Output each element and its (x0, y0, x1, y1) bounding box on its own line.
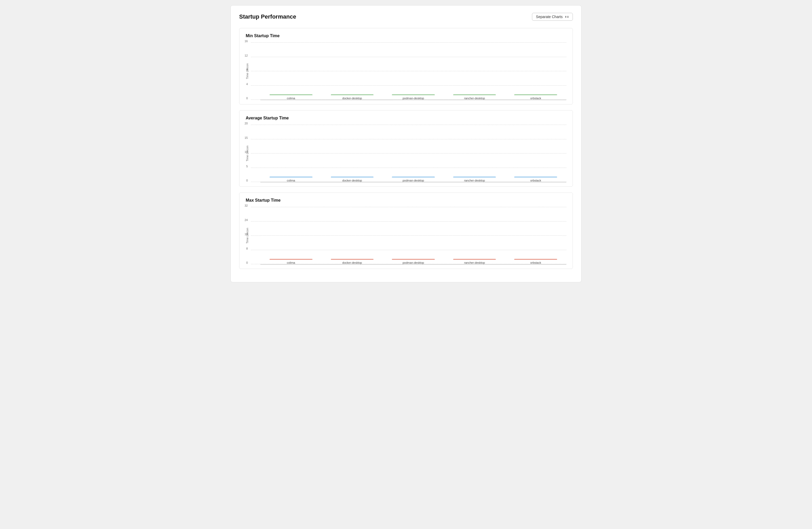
bar-avg-2 (392, 177, 435, 177)
y-label-max: Time (secon (246, 228, 249, 244)
bar-label-avg-3: rancher-desktop (464, 179, 485, 182)
bars-row-min: colimadocker-desktoppodman-desktopranche… (260, 42, 566, 100)
bar-group-min-0: colima (260, 94, 322, 100)
bar-label-max-0: colima (287, 261, 295, 264)
charts-container: Min Startup TimeTime (secon1612840colima… (239, 28, 573, 269)
bar-group-min-1: docker-desktop (322, 94, 383, 100)
chart-area-max: Time (secon32241680colimadocker-desktopp… (246, 207, 566, 265)
bar-label-min-2: podman-desktop (403, 97, 424, 100)
bar-label-min-0: colima (287, 97, 295, 100)
bar-label-max-2: podman-desktop (403, 261, 424, 264)
bar-group-avg-4: orbstack (505, 177, 566, 182)
bars-row-avg: colimadocker-desktoppodman-desktopranche… (260, 124, 566, 182)
bar-label-min-3: rancher-desktop (464, 97, 485, 100)
bar-label-max-1: docker-desktop (342, 261, 362, 264)
bar-label-avg-1: docker-desktop (342, 179, 362, 182)
bar-max-0 (270, 259, 313, 260)
chart-title-avg: Average Startup Time (246, 116, 566, 120)
main-container: Startup Performance Separate Charts ⬆⬇ M… (231, 5, 581, 282)
dropdown-label: Separate Charts (536, 15, 563, 19)
bar-avg-0 (270, 177, 313, 177)
bar-label-max-4: orbstack (530, 261, 541, 264)
bars-row-max: colimadocker-desktoppodman-desktopranche… (260, 207, 566, 264)
bar-max-2 (392, 259, 435, 260)
bar-group-max-3: rancher-desktop (444, 259, 505, 264)
bar-label-avg-4: orbstack (530, 179, 541, 182)
bar-label-min-1: docker-desktop (342, 97, 362, 100)
bar-max-4 (514, 259, 557, 260)
bar-min-0 (270, 94, 313, 95)
bar-group-min-2: podman-desktop (383, 94, 444, 100)
bar-group-avg-2: podman-desktop (383, 177, 444, 182)
bar-group-max-4: orbstack (505, 259, 566, 264)
chart-area-avg: Time (secon20151050colimadocker-desktopp… (246, 124, 566, 182)
bar-label-avg-2: podman-desktop (403, 179, 424, 182)
chart-inner-avg: 20151050colimadocker-desktoppodman-deskt… (251, 124, 566, 182)
bar-group-max-2: podman-desktop (383, 259, 444, 264)
chart-section-max: Max Startup TimeTime (secon32241680colim… (239, 192, 573, 269)
bar-group-avg-3: rancher-desktop (444, 177, 505, 182)
bar-min-2 (392, 94, 435, 95)
chart-area-min: Time (secon1612840colimadocker-desktoppo… (246, 42, 566, 100)
chart-title-max: Max Startup Time (246, 198, 566, 203)
bar-avg-3 (453, 177, 496, 177)
chart-section-min: Min Startup TimeTime (secon1612840colima… (239, 28, 573, 104)
bar-group-avg-1: docker-desktop (322, 177, 383, 182)
bar-group-min-4: orbstack (505, 94, 566, 100)
bar-group-avg-0: colima (260, 177, 322, 182)
bar-min-1 (331, 94, 374, 95)
bar-max-1 (331, 259, 374, 260)
bar-group-max-1: docker-desktop (322, 259, 383, 264)
chart-title-min: Min Startup Time (246, 33, 566, 38)
chevron-icon: ⬆⬇ (565, 15, 569, 18)
chart-inner-max: 32241680colimadocker-desktoppodman-deskt… (251, 207, 566, 265)
y-label-avg: Time (secon (246, 146, 249, 161)
bar-group-max-0: colima (260, 259, 322, 264)
bar-label-max-3: rancher-desktop (464, 261, 485, 264)
bar-label-min-4: orbstack (530, 97, 541, 100)
page-header: Startup Performance Separate Charts ⬆⬇ (239, 13, 573, 21)
y-label-min: Time (secon (246, 63, 249, 79)
bar-group-min-3: rancher-desktop (444, 94, 505, 100)
bar-avg-1 (331, 177, 374, 177)
page-title: Startup Performance (239, 13, 296, 20)
bar-max-3 (453, 259, 496, 260)
chart-type-dropdown[interactable]: Separate Charts ⬆⬇ (532, 13, 573, 21)
bar-min-3 (453, 94, 496, 95)
chart-inner-min: 1612840colimadocker-desktoppodman-deskto… (251, 42, 566, 100)
bar-label-avg-0: colima (287, 179, 295, 182)
chart-section-avg: Average Startup TimeTime (secon20151050c… (239, 110, 573, 187)
x-axis-max (260, 264, 566, 265)
bar-avg-4 (514, 177, 557, 177)
bar-min-4 (514, 94, 557, 95)
